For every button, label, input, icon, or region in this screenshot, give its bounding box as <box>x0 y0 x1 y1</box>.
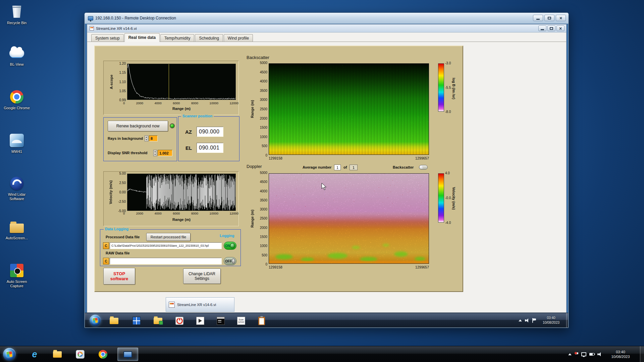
host-taskbar-icon-chrome[interactable] <box>98 349 108 359</box>
velocity-y-ticks: 5.002.500.00-2.50-5.00 <box>113 172 126 213</box>
el-value-field[interactable]: 090.001 <box>197 143 223 153</box>
remote-taskbar-icon-power-app[interactable] <box>174 316 184 326</box>
desktop-icon-bl-view[interactable]: BL-View <box>1 46 33 67</box>
remote-taskbar-icon-folder-sync[interactable] <box>153 316 163 326</box>
host-taskbar-icon-internet-explorer[interactable]: e <box>30 349 40 359</box>
desktop-icon-label: BL-View <box>1 62 33 67</box>
remote-taskbar-icon-terminal[interactable] <box>216 316 226 326</box>
battery-icon[interactable] <box>589 353 594 356</box>
start-button[interactable] <box>3 348 16 361</box>
tray-expand-icon[interactable] <box>519 319 522 321</box>
change-lidar-settings-button[interactable]: Change LiDAR Settings <box>183 268 221 284</box>
vi-window-title: StreamLine XR v14-6.vi <box>96 26 137 31</box>
tick-label: 1000 <box>260 244 267 248</box>
tick-label: 4.0 <box>445 171 450 175</box>
rdp-close-button[interactable]: × <box>556 15 566 21</box>
remote-taskbar-icon-clipboard[interactable] <box>257 316 267 326</box>
minimize-icon <box>541 29 544 30</box>
vi-close-button[interactable]: × <box>556 25 565 31</box>
tick-label: 2000 <box>260 226 267 230</box>
desktop-icon-label: Auto Screen Capture <box>1 280 33 288</box>
backscatter-y-ticks: 5000450040003500300025002000150010005000 <box>254 61 267 157</box>
host-clock[interactable]: 03:40 10/08/2023 <box>606 346 635 362</box>
rdp-minimize-button[interactable] <box>533 15 543 21</box>
chrome-icon <box>1 89 33 105</box>
terminal-icon <box>217 317 225 325</box>
rays-spinner[interactable]: ▲▼ <box>145 135 148 141</box>
renew-background-button[interactable]: Renew background now <box>108 121 168 131</box>
tick-label: 4500 <box>260 180 267 184</box>
tick-label: 3500 <box>260 89 267 93</box>
tab-real-time-data[interactable]: Real time data <box>124 33 160 42</box>
folder-sync-icon <box>154 318 162 324</box>
action-center-flag-icon[interactable] <box>532 318 536 323</box>
show-desktop-button[interactable] <box>640 346 644 362</box>
desktop-icon-autoscreen[interactable]: AutoScreen... <box>1 219 33 240</box>
vi-minimize-button[interactable] <box>538 25 546 31</box>
velocity-line-chart <box>127 174 235 210</box>
desktop-icon-wind-lidar[interactable]: Wind Lidar Software <box>1 176 33 201</box>
average-number-field[interactable]: 1 <box>334 165 341 170</box>
remote-show-desktop-button[interactable] <box>566 313 568 327</box>
action-center-flag-icon[interactable] <box>575 352 578 357</box>
tick-label: 3000 <box>260 207 267 211</box>
rdp-maximize-button[interactable] <box>544 15 554 21</box>
raw-drive-selector[interactable]: C <box>103 258 109 264</box>
remote-start-button[interactable] <box>90 315 101 326</box>
remote-taskbar-icon-explorer[interactable] <box>109 316 119 326</box>
display-snr-threshold-value[interactable]: 1.002 <box>158 150 172 156</box>
remote-taskbar-icon-window[interactable] <box>131 316 142 326</box>
remote-desktop-icon <box>123 351 132 358</box>
desktop-icon-mw41[interactable]: MW41 <box>1 133 33 154</box>
rdp-titlebar[interactable]: 192.168.0.150 - Remote Desktop Connectio… <box>85 13 569 24</box>
backscatter-x-labels: 1299158 1299657 <box>269 156 429 160</box>
processed-logging-toggle[interactable]: ON <box>224 242 236 250</box>
velocity-y-axis-label: Velocity (m/s) <box>108 174 113 211</box>
desktop-icon-google-chrome[interactable]: Google Chrome <box>1 89 33 110</box>
tick-label: 12000 <box>230 212 238 215</box>
clock-date: 10/08/2023 <box>543 320 559 325</box>
remote-clock[interactable]: 03:40 10/08/2023 <box>539 313 563 327</box>
tray-expand-icon[interactable] <box>568 353 572 355</box>
tick-label: 0 <box>123 101 125 105</box>
remote-taskbar-icon-labview[interactable] <box>195 316 205 326</box>
tab-bar: System setup Real time data Temp/humidit… <box>87 33 566 42</box>
vi-titlebar[interactable]: StreamLine XR v14-6.vi × <box>87 24 566 33</box>
host-taskbar-icon-explorer[interactable] <box>52 349 62 359</box>
spin-down-icon[interactable]: ▼ <box>145 138 148 141</box>
stop-software-button[interactable]: STOP software <box>103 268 135 285</box>
window-grid-icon <box>132 317 141 325</box>
tab-wind-profile[interactable]: Wind profile <box>224 34 253 42</box>
rdp-taskbar-button[interactable] <box>117 348 138 361</box>
tab-temp-humidity[interactable]: Temp/humidity <box>160 34 194 42</box>
az-value-field[interactable]: 090.000 <box>197 127 223 137</box>
raw-path-field[interactable] <box>110 258 222 264</box>
rays-in-background-value[interactable]: 8 <box>149 135 158 141</box>
remote-taskbar-icon-scan-scheduler[interactable]: Scan sched <box>236 316 246 326</box>
spin-down-icon[interactable]: ▼ <box>154 153 157 156</box>
desktop-icon-auto-screen-capture[interactable]: Auto Screen Capture <box>1 263 33 288</box>
spin-up-icon[interactable]: ▲ <box>154 150 157 153</box>
host-taskbar-icon-media-player[interactable] <box>75 349 85 359</box>
volume-muted-icon[interactable] <box>597 352 602 356</box>
processed-drive-selector[interactable]: C <box>103 242 109 249</box>
volume-icon[interactable] <box>525 318 529 322</box>
backscatter-display-toggle[interactable] <box>419 165 428 170</box>
doppler-colorbar <box>438 173 444 223</box>
remote-taskbar-app-button[interactable]: StreamLine XR v14-6.vi <box>166 297 234 312</box>
desktop-icon-recycle-bin[interactable]: Recycle Bin <box>1 4 33 25</box>
vi-restore-button[interactable] <box>547 25 555 31</box>
snr-spinner[interactable]: ▲▼ <box>153 150 157 156</box>
tab-system-setup[interactable]: System setup <box>91 34 124 42</box>
spin-up-icon[interactable]: ▲ <box>145 136 148 138</box>
tick-label: -8.0 <box>445 110 451 114</box>
processed-data-file-label: Processed Data file <box>106 235 140 239</box>
network-icon[interactable] <box>581 352 586 356</box>
backscatter-switch-label: Backscatter <box>393 165 414 169</box>
time-axis-end: 1299657 <box>415 156 429 160</box>
tick-label: 8000 <box>191 101 198 105</box>
restart-processed-file-button[interactable]: Restart processed file <box>146 233 191 241</box>
raw-logging-toggle[interactable]: OFF <box>224 257 236 265</box>
tab-scheduling[interactable]: Scheduling <box>195 34 223 42</box>
processed-path-field[interactable]: C:\Lidar\Data\Proc\2023\202308\20230810\… <box>110 242 222 249</box>
